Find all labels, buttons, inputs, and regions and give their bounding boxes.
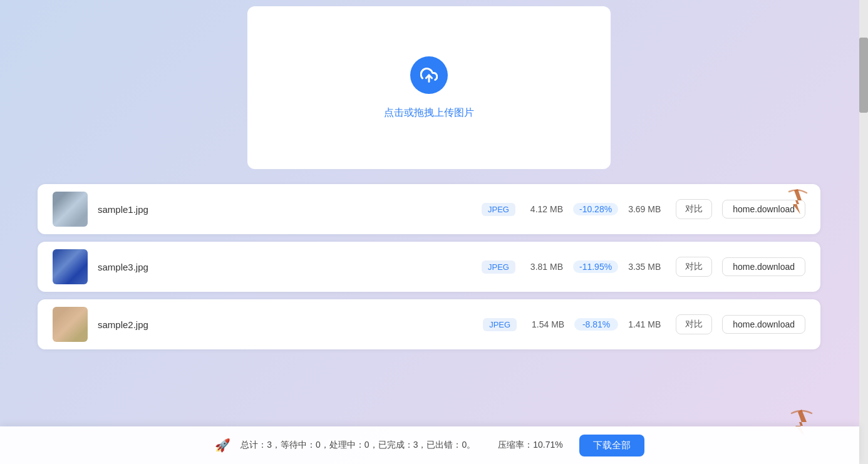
reduction-badge: -8.81% [574, 318, 618, 331]
main-content: 点击或拖拽上传图片 sample1.jpg JPEG 4.12 MB -10.2… [0, 0, 858, 425]
format-badge: JPEG [482, 203, 515, 216]
file-thumbnail [53, 192, 88, 227]
upload-text: 点击或拖拽上传图片 [384, 106, 474, 120]
original-size: 4.12 MB [525, 204, 563, 214]
rocket-icon: 🚀 [215, 438, 230, 453]
upload-area[interactable]: 点击或拖拽上传图片 [247, 6, 611, 169]
new-size: 1.41 MB [628, 319, 666, 329]
compare-button[interactable]: 对比 [676, 199, 712, 219]
compare-button[interactable]: 对比 [676, 257, 712, 277]
bottom-stats: 总计：3，等待中：0，处理中：0，已完成：3，已出错：0。 [240, 440, 475, 451]
file-item: sample2.jpg JPEG 1.54 MB -8.81% 1.41 MB … [38, 299, 820, 349]
compression-rate: 压缩率：10.71% [498, 440, 562, 451]
arrow-down-1 [783, 187, 813, 222]
file-item: sample1.jpg JPEG 4.12 MB -10.28% 3.69 MB… [38, 184, 820, 234]
original-size: 1.54 MB [527, 319, 564, 329]
new-size: 3.35 MB [628, 262, 666, 272]
format-badge: JPEG [482, 260, 515, 274]
upload-icon [410, 56, 448, 94]
file-meta: JPEG 3.81 MB -11.95% 3.35 MB 对比 home.dow… [482, 257, 805, 277]
file-meta: JPEG 1.54 MB -8.81% 1.41 MB 对比 home.down… [483, 314, 805, 334]
scrollbar[interactable] [859, 0, 868, 464]
download-all-button[interactable]: 下载全部 [579, 435, 644, 456]
file-thumbnail [53, 249, 88, 284]
download-button[interactable]: home.download [722, 315, 805, 334]
upload-area-wrapper: 点击或拖拽上传图片 [38, 6, 820, 169]
original-size: 3.81 MB [525, 262, 563, 272]
format-badge: JPEG [483, 318, 517, 331]
file-item: sample3.jpg JPEG 3.81 MB -11.95% 3.35 MB… [38, 242, 820, 292]
file-list: sample1.jpg JPEG 4.12 MB -10.28% 3.69 MB… [38, 184, 820, 349]
file-name: sample3.jpg [98, 262, 173, 272]
file-thumbnail [53, 307, 88, 342]
file-name: sample1.jpg [98, 204, 173, 215]
new-size: 3.69 MB [628, 204, 666, 214]
scrollbar-thumb[interactable] [859, 38, 868, 113]
file-meta: JPEG 4.12 MB -10.28% 3.69 MB 对比 home.dow… [482, 199, 805, 219]
compare-button[interactable]: 对比 [676, 314, 712, 334]
bottom-bar: 🚀 总计：3，等待中：0，处理中：0，已完成：3，已出错：0。 压缩率：10.7… [0, 426, 859, 464]
reduction-badge: -11.95% [573, 260, 618, 273]
reduction-badge: -10.28% [573, 203, 618, 215]
file-name: sample2.jpg [98, 319, 173, 330]
download-button[interactable]: home.download [722, 257, 805, 276]
